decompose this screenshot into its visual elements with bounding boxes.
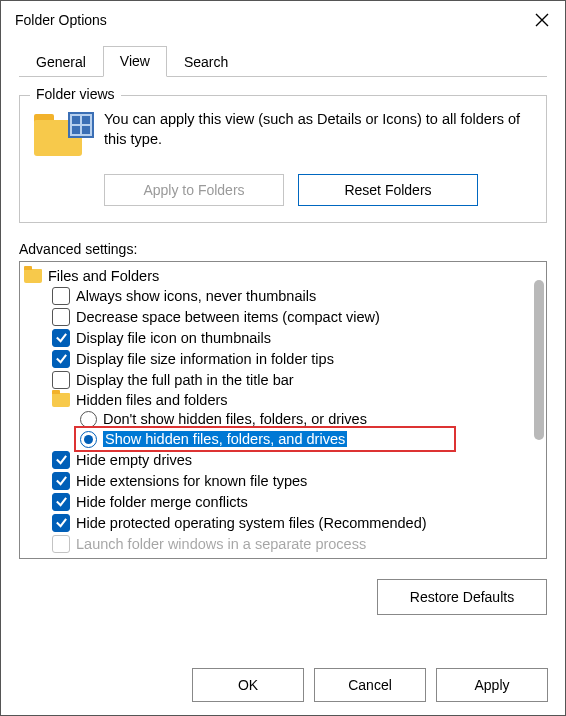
cancel-button[interactable]: Cancel (314, 668, 426, 702)
folder-icon (52, 393, 70, 407)
tree-item[interactable]: Decrease space between items (compact vi… (24, 306, 546, 327)
folder-icon (34, 114, 90, 160)
folder-icon (24, 269, 42, 283)
checkbox[interactable] (52, 287, 70, 305)
dialog-footer: OK Cancel Apply (174, 668, 566, 702)
checkbox[interactable] (52, 472, 70, 490)
tree-radio-show-hidden[interactable]: Show hidden files, folders, and drives (24, 429, 546, 449)
tab-general[interactable]: General (19, 47, 103, 77)
tree-group-files-folders: Files and Folders (24, 266, 546, 285)
tree-item-label: Show hidden files, folders, and drives (103, 431, 347, 447)
ok-button[interactable]: OK (192, 668, 304, 702)
tab-view[interactable]: View (103, 46, 167, 77)
radio[interactable] (80, 431, 97, 448)
close-icon (535, 13, 549, 27)
folder-views-legend: Folder views (30, 86, 121, 102)
tree-item-label: Always show icons, never thumbnails (76, 288, 316, 304)
tree-item-label: Hide extensions for known file types (76, 473, 307, 489)
checkbox[interactable] (52, 371, 70, 389)
checkbox[interactable] (52, 451, 70, 469)
advanced-settings-tree: Files and Folders Always show icons, nev… (19, 261, 547, 559)
tree-item[interactable]: Always show icons, never thumbnails (24, 285, 546, 306)
tree-radio-dont-show[interactable]: Don't show hidden files, folders, or dri… (24, 409, 546, 429)
tree-item-label: Hide protected operating system files (R… (76, 515, 427, 531)
window-title: Folder Options (15, 12, 107, 28)
apply-button[interactable]: Apply (436, 668, 548, 702)
tree-item[interactable]: Display file icon on thumbnails (24, 327, 546, 348)
reset-folders-button[interactable]: Reset Folders (298, 174, 478, 206)
tree-item-label: Hide empty drives (76, 452, 192, 468)
tree-item[interactable]: Hide extensions for known file types (24, 470, 546, 491)
scrollbar-thumb[interactable] (534, 280, 544, 440)
tree-item-label: Decrease space between items (compact vi… (76, 309, 380, 325)
checkbox[interactable] (52, 329, 70, 347)
radio[interactable] (80, 411, 97, 428)
checkbox[interactable] (52, 514, 70, 532)
tree-item-label: Display the full path in the title bar (76, 372, 294, 388)
tree-item[interactable]: Hide folder merge conflicts (24, 491, 546, 512)
tab-search[interactable]: Search (167, 47, 245, 77)
tree-item[interactable]: Display file size information in folder … (24, 348, 546, 369)
apply-to-folders-button: Apply to Folders (104, 174, 284, 206)
tree-item-label: Launch folder windows in a separate proc… (76, 536, 366, 552)
folder-views-text: You can apply this view (such as Details… (104, 110, 532, 149)
tree-item-label: Display file size information in folder … (76, 351, 334, 367)
tabs: General View Search (19, 45, 547, 77)
tree-item-label: Display file icon on thumbnails (76, 330, 271, 346)
tree-item[interactable]: Launch folder windows in a separate proc… (24, 533, 546, 554)
tree-group-label: Hidden files and folders (76, 392, 228, 408)
restore-defaults-button[interactable]: Restore Defaults (377, 579, 547, 615)
checkbox[interactable] (52, 308, 70, 326)
tree-group-hidden: Hidden files and folders (24, 390, 546, 409)
folder-views-group: Folder views You can apply this view (su… (19, 95, 547, 223)
close-button[interactable] (519, 1, 565, 39)
tree-group-label: Files and Folders (48, 268, 159, 284)
tree-item-label: Hide folder merge conflicts (76, 494, 248, 510)
advanced-settings-label: Advanced settings: (19, 241, 547, 257)
tree-item[interactable]: Display the full path in the title bar (24, 369, 546, 390)
checkbox[interactable] (52, 535, 70, 553)
checkbox[interactable] (52, 493, 70, 511)
tree-item[interactable]: Hide empty drives (24, 449, 546, 470)
titlebar: Folder Options (1, 1, 565, 39)
tree-item[interactable]: Hide protected operating system files (R… (24, 512, 546, 533)
tree-item-label: Don't show hidden files, folders, or dri… (103, 411, 367, 427)
checkbox[interactable] (52, 350, 70, 368)
